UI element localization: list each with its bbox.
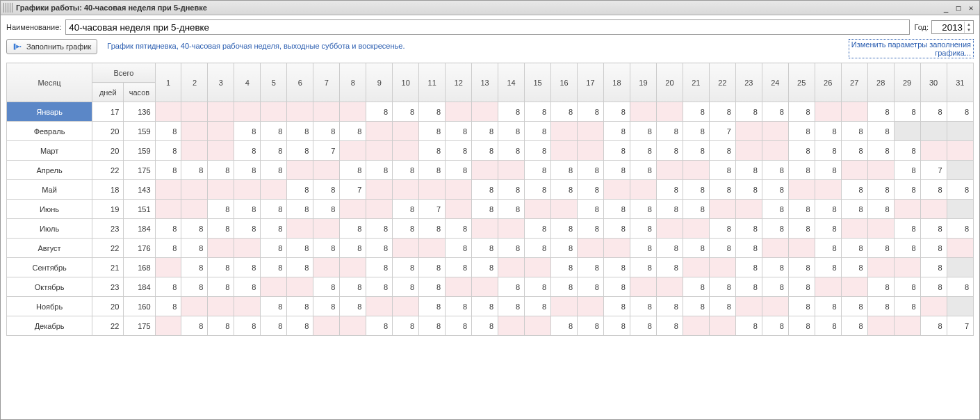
- day-cell[interactable]: 8: [630, 200, 656, 219]
- day-cell[interactable]: [313, 219, 340, 239]
- day-cell[interactable]: 8: [287, 297, 313, 316]
- day-cell[interactable]: [947, 258, 973, 277]
- day-cell[interactable]: [630, 277, 656, 297]
- day-cell[interactable]: 8: [313, 297, 340, 316]
- month-name[interactable]: Февраль: [7, 122, 92, 141]
- day-cell[interactable]: [525, 316, 551, 336]
- day-cell[interactable]: 8: [155, 239, 181, 258]
- day-cell[interactable]: 8: [788, 277, 815, 297]
- day-cell[interactable]: 8: [656, 258, 683, 277]
- day-cell[interactable]: [181, 297, 208, 316]
- day-cell[interactable]: 8: [683, 122, 709, 141]
- day-cell[interactable]: [393, 122, 419, 141]
- day-cell[interactable]: 8: [261, 219, 287, 239]
- day-cell[interactable]: 8: [920, 239, 947, 258]
- day-cell[interactable]: [841, 102, 867, 122]
- day-cell[interactable]: [181, 122, 208, 141]
- day-cell[interactable]: 8: [393, 258, 419, 277]
- day-cell[interactable]: [735, 122, 762, 141]
- day-cell[interactable]: [603, 239, 630, 258]
- col-day-1[interactable]: 1: [155, 63, 181, 102]
- col-day-7[interactable]: 7: [313, 63, 340, 102]
- day-cell[interactable]: 8: [630, 297, 656, 316]
- day-cell[interactable]: [393, 141, 419, 161]
- col-day-12[interactable]: 12: [446, 63, 472, 102]
- day-cell[interactable]: 8: [815, 258, 841, 277]
- day-cell[interactable]: [603, 180, 630, 200]
- day-cell[interactable]: [366, 180, 393, 200]
- month-name[interactable]: Март: [7, 141, 92, 161]
- day-cell[interactable]: 8: [446, 122, 472, 141]
- day-cell[interactable]: 8: [656, 239, 683, 258]
- day-cell[interactable]: 8: [630, 316, 656, 336]
- day-cell[interactable]: [234, 180, 261, 200]
- day-cell[interactable]: [841, 161, 867, 180]
- day-cell[interactable]: 8: [525, 161, 551, 180]
- day-cell[interactable]: 8: [894, 277, 920, 297]
- year-input[interactable]: [932, 22, 964, 33]
- day-cell[interactable]: [181, 200, 208, 219]
- day-cell[interactable]: 7: [419, 200, 446, 219]
- col-day-31[interactable]: 31: [947, 63, 973, 102]
- day-cell[interactable]: [366, 297, 393, 316]
- day-cell[interactable]: 8: [788, 219, 815, 239]
- day-cell[interactable]: 8: [920, 316, 947, 336]
- day-cell[interactable]: 8: [709, 102, 735, 122]
- day-cell[interactable]: 8: [894, 141, 920, 161]
- day-cell[interactable]: [419, 239, 446, 258]
- day-cell[interactable]: 8: [551, 161, 578, 180]
- col-day-26[interactable]: 26: [815, 63, 841, 102]
- day-cell[interactable]: 8: [841, 258, 867, 277]
- day-cell[interactable]: 8: [525, 219, 551, 239]
- day-cell[interactable]: 8: [525, 141, 551, 161]
- day-cell[interactable]: 8: [366, 161, 393, 180]
- day-cell[interactable]: [366, 141, 393, 161]
- day-cell[interactable]: 8: [472, 180, 498, 200]
- day-cell[interactable]: 8: [894, 180, 920, 200]
- day-cell[interactable]: [709, 200, 735, 219]
- day-cell[interactable]: [208, 180, 234, 200]
- day-cell[interactable]: 8: [366, 219, 393, 239]
- day-cell[interactable]: 8: [498, 102, 525, 122]
- day-cell[interactable]: 8: [788, 141, 815, 161]
- month-name[interactable]: Сентябрь: [7, 258, 92, 277]
- day-cell[interactable]: [208, 239, 234, 258]
- day-cell[interactable]: 8: [498, 122, 525, 141]
- day-cell[interactable]: 8: [788, 297, 815, 316]
- day-cell[interactable]: 8: [735, 219, 762, 239]
- day-cell[interactable]: [472, 161, 498, 180]
- day-cell[interactable]: 8: [603, 141, 630, 161]
- day-cell[interactable]: 8: [155, 161, 181, 180]
- day-cell[interactable]: 8: [867, 277, 894, 297]
- day-cell[interactable]: [340, 200, 366, 219]
- table-row[interactable]: Декабрь221758888888888888888888887: [7, 316, 974, 336]
- day-cell[interactable]: 8: [393, 219, 419, 239]
- day-cell[interactable]: 8: [261, 316, 287, 336]
- col-day-16[interactable]: 16: [551, 63, 578, 102]
- day-cell[interactable]: 8: [841, 200, 867, 219]
- day-cell[interactable]: [340, 102, 366, 122]
- day-cell[interactable]: 8: [155, 141, 181, 161]
- day-cell[interactable]: [788, 180, 815, 200]
- day-cell[interactable]: [841, 277, 867, 297]
- day-cell[interactable]: 8: [551, 102, 578, 122]
- day-cell[interactable]: 8: [472, 141, 498, 161]
- day-cell[interactable]: 8: [735, 316, 762, 336]
- day-cell[interactable]: [446, 180, 472, 200]
- day-cell[interactable]: [181, 180, 208, 200]
- day-cell[interactable]: [656, 219, 683, 239]
- day-cell[interactable]: 8: [366, 316, 393, 336]
- close-button[interactable]: ✕: [965, 3, 977, 13]
- day-cell[interactable]: 8: [287, 258, 313, 277]
- day-cell[interactable]: 8: [419, 316, 446, 336]
- day-cell[interactable]: 8: [603, 102, 630, 122]
- change-params-link[interactable]: Изменить параметры заполненияграфика...: [849, 39, 974, 58]
- day-cell[interactable]: 8: [894, 297, 920, 316]
- day-cell[interactable]: 8: [683, 239, 709, 258]
- table-row[interactable]: Январь1713688888888888888888: [7, 102, 974, 122]
- day-cell[interactable]: 8: [788, 102, 815, 122]
- col-day-8[interactable]: 8: [340, 63, 366, 102]
- day-cell[interactable]: 8: [155, 219, 181, 239]
- day-cell[interactable]: [735, 297, 762, 316]
- day-cell[interactable]: 8: [419, 297, 446, 316]
